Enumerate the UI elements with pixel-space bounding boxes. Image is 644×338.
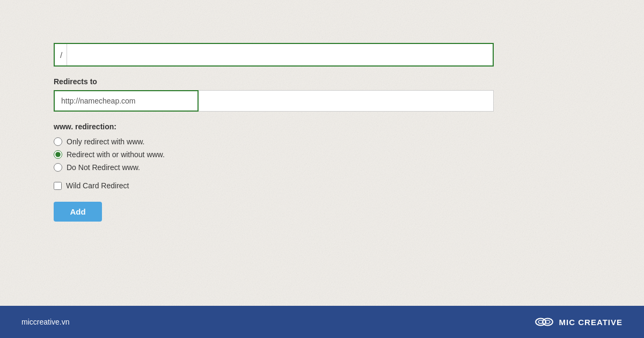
svg-point-1: [543, 319, 553, 326]
footer-brand-area: MIC CREATIVE: [535, 315, 623, 328]
www-redirection-options: Only redirect with www. Redirect with or…: [54, 137, 590, 172]
redirects-to-label: Redirects to: [54, 77, 590, 86]
footer-website: miccreative.vn: [21, 318, 69, 326]
url-prefix: /: [55, 44, 67, 65]
url-path-input[interactable]: [67, 50, 493, 59]
radio-with-or-without[interactable]: [54, 150, 62, 159]
destination-input-suffix: [199, 90, 494, 112]
footer-brand-name: MIC CREATIVE: [559, 318, 623, 327]
url-path-input-container: /: [54, 43, 494, 67]
wild-card-label: Wild Card Redirect: [66, 181, 129, 190]
radio-item-1[interactable]: Only redirect with www.: [54, 137, 590, 146]
radio-only-www[interactable]: [54, 137, 62, 146]
main-content: / Redirects to www. redirection: Only re…: [0, 0, 644, 306]
footer: miccreative.vn MIC CREATIVE: [0, 306, 644, 338]
destination-input-row: [54, 90, 494, 112]
radio-item-3[interactable]: Do Not Redirect www.: [54, 163, 590, 172]
www-redirection-label: www. redirection:: [54, 122, 590, 131]
wild-card-checkbox[interactable]: [54, 182, 62, 190]
radio-item-2[interactable]: Redirect with or without www.: [54, 150, 590, 159]
radio-do-not-redirect[interactable]: [54, 163, 62, 172]
radio-label-1: Only redirect with www.: [67, 137, 144, 146]
radio-label-2: Redirect with or without www.: [67, 150, 165, 159]
mic-creative-logo-icon: [535, 315, 554, 328]
add-button[interactable]: Add: [54, 202, 102, 222]
wild-card-checkbox-item[interactable]: Wild Card Redirect: [54, 181, 590, 190]
destination-input[interactable]: [54, 90, 199, 112]
radio-label-3: Do Not Redirect www.: [67, 163, 140, 172]
